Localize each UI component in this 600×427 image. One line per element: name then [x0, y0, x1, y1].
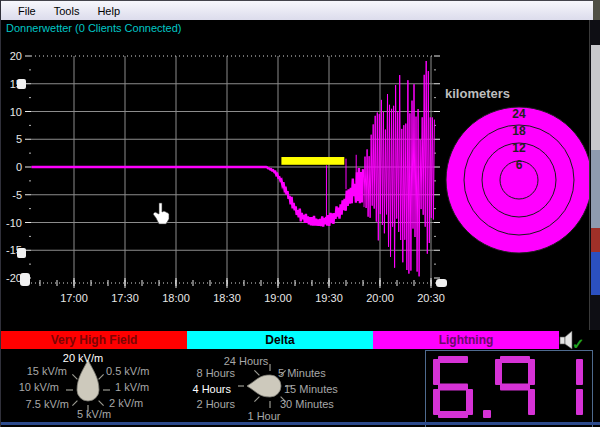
svg-text:18:30: 18:30 — [213, 292, 241, 304]
time-range-right-handle[interactable] — [436, 279, 447, 287]
svg-text:19:30: 19:30 — [315, 292, 343, 304]
hand-cursor-icon — [151, 202, 171, 228]
lightning-header: Lightning — [373, 331, 559, 349]
radar-ring-label-18: 18 — [512, 124, 526, 138]
delta-knob-label-5m: 5 Minutes — [278, 367, 326, 379]
svg-text:5: 5 — [16, 133, 22, 145]
delta-header: Delta — [187, 331, 373, 349]
sliver-block — [591, 150, 600, 228]
menu-bar-corner — [593, 0, 600, 20]
delta-knob-label-1h: 1 Hour — [241, 410, 287, 422]
field-knob-label-10: 10 kV/m — [15, 381, 59, 393]
svg-text:-20: -20 — [6, 272, 22, 284]
svg-text:-10: -10 — [6, 217, 22, 229]
sliver-block — [591, 252, 600, 295]
field-knob-label-05: 0.5 kV/m — [106, 365, 149, 377]
lightning-count-display — [431, 355, 589, 421]
svg-text:17:30: 17:30 — [111, 292, 139, 304]
upper-threshold-slider[interactable] — [17, 79, 26, 89]
radar-ring-label-24: 24 — [512, 107, 526, 121]
svg-text:20:00: 20:00 — [366, 292, 394, 304]
delta-knob-label-24h: 24 Hours — [213, 355, 279, 367]
delta-knob-label-30m: 30 Minutes — [280, 398, 334, 410]
delta-knob-label-2h: 2 Hours — [187, 398, 235, 410]
field-knob-label-75: 7.5 kV/m — [21, 398, 69, 410]
field-knob-pointer[interactable] — [77, 360, 99, 401]
lower-threshold-slider[interactable] — [17, 248, 26, 258]
control-panel: Very High Field Delta Lightning ✓ 20 kV/… — [1, 330, 600, 427]
delta-knob-label-8h: 8 Hours — [185, 367, 235, 379]
sliver-block — [591, 45, 600, 150]
menu-help[interactable]: Help — [88, 3, 129, 19]
very-high-field-header: Very High Field — [1, 331, 187, 349]
section-headers: Very High Field Delta Lightning — [1, 331, 600, 349]
time-range-left-handle[interactable] — [20, 273, 30, 286]
app-window: File Tools Help Donnerwetter (0 Clients … — [0, 0, 600, 427]
radar-ring-label-12: 12 — [512, 141, 526, 155]
delta-knob-pointer[interactable] — [247, 375, 281, 397]
menu-file[interactable]: File — [9, 3, 45, 19]
svg-text:20: 20 — [10, 50, 22, 62]
status-title: Donnerwetter (0 Clients Connected) — [6, 22, 181, 34]
menu-tools[interactable]: Tools — [45, 3, 89, 19]
radar-ring-label-6: 6 — [516, 158, 523, 172]
svg-text:-5: -5 — [12, 189, 22, 201]
svg-text:17:00: 17:00 — [60, 292, 88, 304]
svg-text:0: 0 — [16, 161, 22, 173]
svg-text:20:30: 20:30 — [417, 292, 445, 304]
panel-bottom-edge — [1, 422, 600, 425]
field-knob-label-20: 20 kV/m — [57, 352, 109, 364]
field-knob-label-15: 15 kV/m — [23, 365, 67, 377]
svg-text:19:00: 19:00 — [264, 292, 292, 304]
field-chart[interactable]: 20151050-5-10-15-2017:0017:3018:0018:301… — [1, 40, 451, 312]
svg-text:18:00: 18:00 — [162, 292, 190, 304]
field-knob-label-5: 5 kV/m — [71, 408, 117, 420]
sliver-block — [591, 228, 600, 252]
delta-knob-label-4h: 4 Hours — [181, 383, 231, 395]
field-knob-label-1: 1 kV/m — [115, 381, 149, 393]
svg-text:10: 10 — [10, 106, 22, 118]
delta-knob-label-15m: 15 Minutes — [284, 383, 338, 395]
menu-bar: File Tools Help — [1, 0, 593, 20]
distance-radar: 24 18 12 6 — [436, 78, 600, 263]
